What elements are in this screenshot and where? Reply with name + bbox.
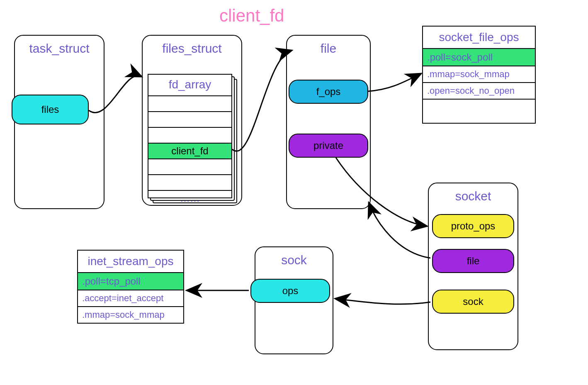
iso-row-poll: .poll=tcp_poll [78, 272, 183, 290]
sfo-row-open: .open=sock_no_open [423, 82, 535, 99]
socket-file-ops-title: socket_file_ops [423, 27, 535, 48]
sfo-row-blank [423, 99, 535, 123]
fd-slot [148, 174, 231, 190]
fd-slot [148, 111, 231, 127]
field-proto-ops: proto_ops [432, 214, 514, 238]
files-struct-title: files_struct [143, 36, 241, 61]
iso-row-mmap: .mmap=sock_mmap [78, 306, 183, 323]
box-file: file [286, 35, 371, 209]
field-ops: ops [250, 279, 330, 303]
table-socket-file-ops: socket_file_ops .poll=sock_poll .mmap=so… [422, 26, 536, 124]
fd-slot [148, 158, 231, 174]
diagram-title: client_fd [219, 6, 284, 26]
field-file: file [432, 249, 514, 273]
arrow-socket-file-to-file [369, 203, 430, 258]
inet-stream-ops-title: inet_stream_ops [78, 251, 183, 272]
iso-row-accept: .accept=inet_accept [78, 290, 183, 306]
fd-slot [148, 127, 231, 143]
field-sock: sock [432, 290, 514, 314]
socket-title: socket [429, 183, 518, 209]
fd-array-title: fd_array [148, 75, 231, 95]
fd-slot-client-fd: client_fd [148, 143, 231, 158]
field-fops: f_ops [289, 80, 368, 104]
sfo-row-poll: .poll=sock_poll [423, 48, 535, 66]
sock-title: sock [255, 247, 333, 273]
arrow-fops-to-socketfileops [368, 74, 420, 91]
fd-array: fd_array client_fd …… [148, 74, 232, 198]
field-files: files [12, 95, 89, 124]
task-struct-title: task_struct [15, 36, 104, 61]
fd-slot-more: …… [148, 190, 231, 206]
file-title: file [287, 36, 370, 61]
table-inet-stream-ops: inet_stream_ops .poll=tcp_poll .accept=i… [77, 250, 184, 324]
field-private: private [289, 134, 368, 158]
fd-slot [148, 95, 231, 111]
sfo-row-mmap: .mmap=sock_mmap [423, 66, 535, 82]
arrow-socket-sock-to-sock [336, 299, 430, 304]
